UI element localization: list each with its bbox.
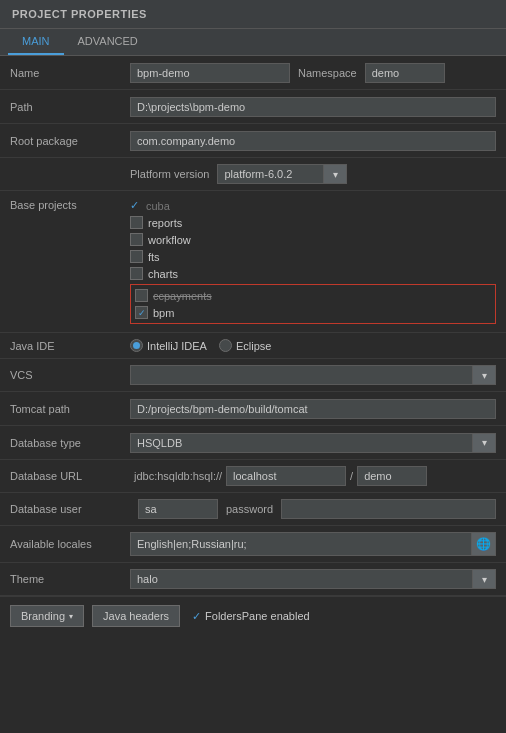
project-reports[interactable]: reports <box>130 214 496 231</box>
eclipse-option[interactable]: Eclipse <box>219 339 271 352</box>
project-fts[interactable]: fts <box>130 248 496 265</box>
platform-version-label: Platform version <box>130 168 209 180</box>
theme-label: Theme <box>10 573 130 585</box>
namespace-label: Namespace <box>298 67 357 79</box>
project-ccpayments[interactable]: ccpayments <box>135 287 491 304</box>
java-headers-label: Java headers <box>103 610 169 622</box>
project-workflow[interactable]: workflow <box>130 231 496 248</box>
intellij-label: IntelliJ IDEA <box>147 340 207 352</box>
vcs-label: VCS <box>10 369 130 381</box>
project-bpm[interactable]: ✓ bpm <box>135 304 491 321</box>
database-type-label: Database type <box>10 437 130 449</box>
folders-pane-check-icon: ✓ <box>192 610 201 623</box>
root-package-input[interactable] <box>130 131 496 151</box>
branding-button[interactable]: Branding ▾ <box>10 605 84 627</box>
base-projects-label: Base projects <box>10 197 130 326</box>
locales-input[interactable] <box>131 535 471 553</box>
charts-label: charts <box>148 268 178 280</box>
intellij-option[interactable]: IntelliJ IDEA <box>130 339 207 352</box>
ccpayments-checkbox[interactable] <box>135 289 148 302</box>
path-row: Path <box>0 90 506 124</box>
charts-checkbox[interactable] <box>130 267 143 280</box>
path-value <box>130 97 496 117</box>
tab-bar: MAIN ADVANCED <box>0 29 506 56</box>
database-user-input[interactable] <box>138 499 218 519</box>
locales-globe-button[interactable]: 🌐 <box>471 533 495 555</box>
reports-label: reports <box>148 217 182 229</box>
database-type-select[interactable]: HSQLDB <box>130 433 496 453</box>
tomcat-path-value <box>130 399 496 419</box>
db-password-label: password <box>226 503 273 515</box>
folders-pane-label: FoldersPane enabled <box>205 610 310 622</box>
name-label: Name <box>10 67 130 79</box>
available-locales-row: Available locales 🌐 <box>0 526 506 563</box>
fts-label: fts <box>148 251 160 263</box>
database-user-row: Database user password <box>0 493 506 526</box>
workflow-label: workflow <box>148 234 191 246</box>
bottom-bar: Branding ▾ Java headers ✓ FoldersPane en… <box>0 596 506 635</box>
platform-version-select-wrapper: platform-6.0.2 ▾ <box>217 164 347 184</box>
highlight-box: ccpayments ✓ bpm <box>130 284 496 324</box>
intellij-radio[interactable] <box>130 339 143 352</box>
root-package-row: Root package <box>0 124 506 158</box>
tab-advanced[interactable]: ADVANCED <box>64 29 152 55</box>
db-url-prefix: jdbc:hsqldb:hsql:// <box>134 470 222 482</box>
root-package-value <box>130 131 496 151</box>
workflow-checkbox[interactable] <box>130 233 143 246</box>
db-url-host-input[interactable] <box>226 466 346 486</box>
database-type-value: HSQLDB ▾ <box>130 433 496 453</box>
fts-checkbox[interactable] <box>130 250 143 263</box>
theme-select-wrapper: halo ▾ <box>130 569 496 589</box>
java-ide-options: IntelliJ IDEA Eclipse <box>130 339 271 352</box>
vcs-row: VCS ▾ <box>0 359 506 392</box>
branding-label: Branding <box>21 610 65 622</box>
database-type-row: Database type HSQLDB ▾ <box>0 426 506 460</box>
name-input[interactable] <box>130 63 290 83</box>
vcs-select-wrapper: ▾ <box>130 365 496 385</box>
db-type-select-wrapper: HSQLDB ▾ <box>130 433 496 453</box>
reports-checkbox[interactable] <box>130 216 143 229</box>
vcs-select[interactable] <box>130 365 496 385</box>
database-url-label: Database URL <box>10 470 130 482</box>
cuba-check-icon: ✓ <box>130 199 139 212</box>
theme-row: Theme halo ▾ <box>0 563 506 596</box>
db-url-slash: / <box>350 470 353 482</box>
tomcat-path-row: Tomcat path <box>0 392 506 426</box>
database-user-label: Database user <box>10 503 130 515</box>
base-projects-list: ✓ cuba reports workflow fts charts <box>130 197 496 326</box>
window-title: PROJECT PROPERTIES <box>0 0 506 29</box>
eclipse-label: Eclipse <box>236 340 271 352</box>
title-text: PROJECT PROPERTIES <box>12 8 147 20</box>
platform-version-row: Platform version platform-6.0.2 ▾ <box>0 158 506 191</box>
db-url-name-input[interactable] <box>357 466 427 486</box>
java-ide-row: Java IDE IntelliJ IDEA Eclipse <box>0 333 506 359</box>
tomcat-path-label: Tomcat path <box>10 403 130 415</box>
platform-version-select[interactable]: platform-6.0.2 <box>217 164 347 184</box>
tab-main[interactable]: MAIN <box>8 29 64 55</box>
root-package-label: Root package <box>10 135 130 147</box>
bpm-label: bpm <box>153 307 174 319</box>
ccpayments-label: ccpayments <box>153 290 212 302</box>
java-headers-button[interactable]: Java headers <box>92 605 180 627</box>
database-password-input[interactable] <box>281 499 496 519</box>
name-row: Name Namespace <box>0 56 506 90</box>
path-label: Path <box>10 101 130 113</box>
database-url-row: Database URL jdbc:hsqldb:hsql:// / <box>0 460 506 493</box>
path-input[interactable] <box>130 97 496 117</box>
bpm-checkbox[interactable]: ✓ <box>135 306 148 319</box>
project-cuba: ✓ cuba <box>130 197 496 214</box>
available-locales-label: Available locales <box>10 538 130 550</box>
eclipse-radio[interactable] <box>219 339 232 352</box>
cuba-label: cuba <box>146 200 170 212</box>
name-value: Namespace <box>130 63 496 83</box>
tomcat-path-input[interactable] <box>130 399 496 419</box>
namespace-input[interactable] <box>365 63 445 83</box>
locales-input-wrapper: 🌐 <box>130 532 496 556</box>
folders-pane-option[interactable]: ✓ FoldersPane enabled <box>192 610 310 623</box>
branding-dropdown-arrow-icon: ▾ <box>69 612 73 621</box>
java-ide-label: Java IDE <box>10 340 130 352</box>
base-projects-section: Base projects ✓ cuba reports workflow ft… <box>0 191 506 333</box>
project-charts[interactable]: charts <box>130 265 496 282</box>
main-content: Name Namespace Path Root package Platfor… <box>0 56 506 635</box>
theme-select[interactable]: halo <box>130 569 496 589</box>
